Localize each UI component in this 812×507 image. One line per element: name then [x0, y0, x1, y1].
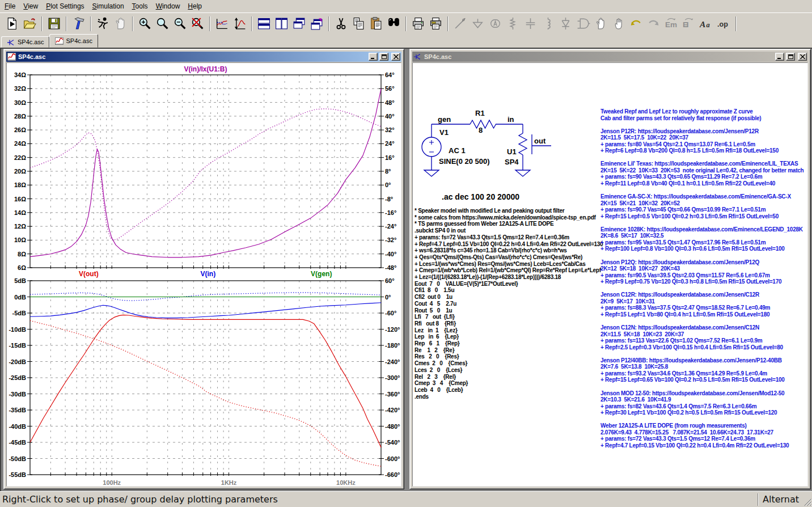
menu-simulation[interactable]: Simulation — [89, 1, 129, 12]
speaker-u1[interactable] — [519, 133, 527, 155]
open-button[interactable] — [21, 15, 39, 32]
diode-button[interactable] — [557, 15, 574, 32]
label-net-button[interactable] — [487, 15, 504, 32]
zoom-area-button[interactable] — [154, 15, 171, 32]
svg-text:30Ω: 30Ω — [14, 99, 26, 106]
halt-button[interactable] — [112, 15, 129, 32]
svg-text:32°: 32° — [385, 126, 395, 133]
menu-view[interactable]: View — [20, 1, 43, 12]
v1-value[interactable]: AC 1 — [449, 146, 466, 155]
schematic-maximize-button[interactable] — [786, 53, 795, 61]
print-button[interactable] — [409, 15, 427, 32]
paste-button[interactable] — [367, 15, 385, 32]
svg-text:5dB: 5dB — [14, 277, 26, 284]
r1-name[interactable]: R1 — [475, 109, 485, 117]
schematic-close-button[interactable] — [798, 53, 807, 61]
tile-horizontal-button[interactable] — [255, 15, 273, 32]
tab-waveform[interactable]: SP4c.asc — [49, 34, 98, 48]
menu-tools[interactable]: Tools — [129, 1, 153, 12]
drag-button[interactable] — [610, 15, 627, 32]
svg-text:16Ω: 16Ω — [14, 196, 26, 202]
control-panel-button[interactable] — [70, 15, 87, 32]
schematic-window-titlebar[interactable]: SP4c.asc — [412, 52, 808, 62]
run-button[interactable] — [94, 15, 112, 32]
run-icon — [96, 16, 110, 31]
new-schematic-icon — [5, 16, 19, 31]
tab-schematic[interactable]: SP4c.asc — [1, 36, 49, 48]
svg-text:22Ω: 22Ω — [14, 154, 26, 161]
net-label-out[interactable]: out — [534, 137, 546, 145]
text-button[interactable]: Aa — [697, 15, 715, 32]
wire-button[interactable] — [451, 15, 469, 32]
svg-text:-35dB: -35dB — [9, 407, 26, 413]
waveform-maximize-button[interactable] — [379, 53, 388, 61]
u1-name[interactable]: U1 — [507, 147, 517, 156]
toolbar: EmEEAa.op — [0, 12, 812, 34]
plot-settings-button[interactable] — [231, 15, 248, 32]
schematic-minimize-button[interactable] — [775, 53, 784, 61]
cascade-button[interactable] — [290, 15, 308, 32]
menu-file[interactable]: File — [1, 1, 20, 12]
tab-bar: SP4c.ascSP4c.asc — [0, 34, 812, 48]
redo-button[interactable] — [645, 15, 662, 32]
spice-directive-button[interactable]: .op — [715, 15, 733, 32]
print-preview-button[interactable] — [427, 15, 445, 32]
svg-text:24Ω: 24Ω — [14, 140, 26, 147]
autorange-icon — [215, 16, 229, 31]
copy-button[interactable] — [350, 15, 367, 32]
zoom-in-button[interactable] — [136, 15, 154, 32]
svg-text:-360°: -360° — [385, 391, 400, 398]
cut-button[interactable] — [332, 15, 350, 32]
tile-vertical-button[interactable] — [273, 15, 290, 32]
svg-text:8Ω: 8Ω — [18, 251, 26, 257]
menu-help[interactable]: Help — [184, 1, 206, 12]
waveform-close-button[interactable] — [391, 53, 400, 61]
r1-value[interactable]: 8 — [479, 126, 483, 134]
schematic-window-icon — [413, 53, 422, 61]
status-bar: Right-Click to set up phase/ group delay… — [0, 491, 812, 507]
spice-directive[interactable]: .ac dec 100 20 20000 — [442, 192, 519, 201]
undo-button[interactable] — [627, 15, 645, 32]
svg-text:-55dB: -55dB — [9, 471, 26, 478]
zoom-full-button[interactable] — [189, 15, 206, 32]
inductor-button[interactable] — [539, 15, 557, 32]
legend-V(gen): V(gen) — [311, 270, 332, 278]
v1-name[interactable]: V1 — [439, 128, 449, 137]
waveform-window-titlebar[interactable]: SP4c.asc — [6, 52, 401, 62]
svg-text:0°: 0° — [385, 181, 391, 188]
rotate-button[interactable]: EE — [680, 15, 697, 32]
trace-impedance-magnitude — [30, 88, 381, 257]
schematic-canvas[interactable]: gen R1 8 in V1 AC 1 SINE(0 20 500) U1 SP… — [412, 62, 808, 487]
resize-grip[interactable] — [804, 493, 812, 506]
new-schematic-button[interactable] — [3, 15, 21, 32]
arrange-buttons-icon[interactable] — [308, 15, 325, 32]
net-label-gen[interactable]: gen — [438, 115, 451, 124]
toolbar-separator — [66, 16, 67, 31]
find-button[interactable] — [385, 15, 403, 32]
menu-window[interactable]: Window — [153, 1, 185, 12]
waveform-plot-area[interactable]: 34Ω64°32Ω56°30Ω48°28Ω40°26Ω32°24Ω24°22Ω1… — [6, 62, 401, 487]
ground-symbol-v1 — [424, 170, 439, 176]
undo-icon — [629, 16, 643, 31]
subcircuit-netlist[interactable]: * Speaker model with modified Le and pea… — [415, 208, 603, 400]
ground-button[interactable] — [469, 15, 487, 32]
v1-value2[interactable]: SINE(0 20 500) — [439, 157, 490, 166]
save-button[interactable] — [45, 15, 63, 32]
mirror-button[interactable]: Em — [662, 15, 680, 32]
net-label-in[interactable]: in — [508, 115, 514, 124]
schematic-window-title: SP4c.asc — [424, 53, 773, 60]
zoom-out-button[interactable] — [171, 15, 189, 32]
move-button[interactable] — [592, 15, 610, 32]
waveform-minimize-button[interactable] — [369, 53, 378, 61]
capacitor-button[interactable] — [522, 15, 539, 32]
u1-value[interactable]: SP4 — [505, 158, 519, 166]
resistor-button[interactable] — [504, 15, 522, 32]
autorange-button[interactable] — [213, 15, 231, 32]
menu-plot-settings[interactable]: Plot Settings — [43, 1, 88, 12]
speaker-notes[interactable]: Tweaked Repf and Lepf Lez to roughly app… — [600, 108, 803, 449]
component-button[interactable] — [574, 15, 592, 32]
resistor-r1[interactable] — [470, 120, 496, 128]
svg-text:-540°: -540° — [385, 439, 400, 446]
toolbar-separator — [405, 16, 407, 31]
svg-text:56°: 56° — [385, 85, 395, 92]
